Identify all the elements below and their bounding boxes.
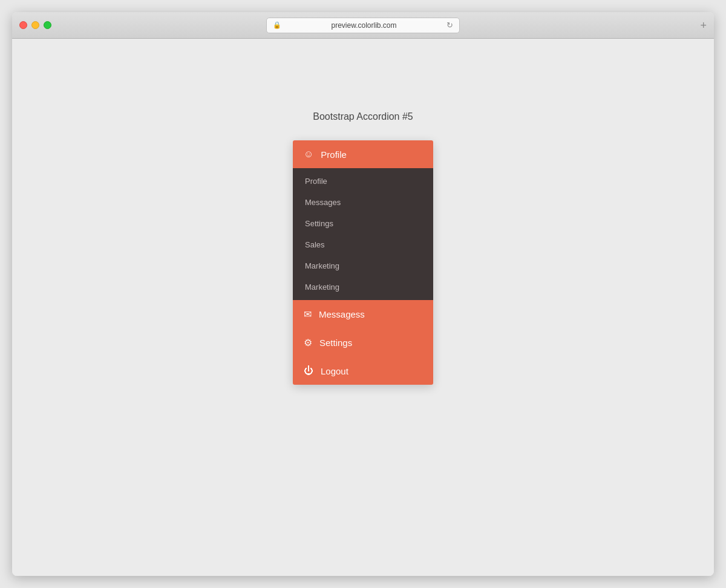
- accordion: ☺ Profile Profile Messages Settings Sale…: [293, 140, 433, 385]
- accordion-item-profile: ☺ Profile Profile Messages Settings Sale…: [293, 140, 433, 300]
- sub-item-messages[interactable]: Messages: [293, 192, 433, 213]
- envelope-icon: ✉: [304, 309, 312, 320]
- sub-item-marketing-2[interactable]: Marketing: [293, 276, 433, 298]
- address-bar[interactable]: 🔒 preview.colorlib.com ↻: [266, 18, 460, 33]
- lock-icon: 🔒: [273, 21, 281, 29]
- page-title: Bootstrap Accordion #5: [313, 111, 413, 122]
- minimize-button[interactable]: [31, 21, 39, 29]
- accordion-label-profile: Profile: [321, 149, 347, 160]
- person-icon: ☺: [304, 149, 313, 160]
- accordion-header-settings[interactable]: ⚙ Settings: [293, 328, 433, 357]
- new-tab-button[interactable]: +: [700, 20, 707, 31]
- reload-button[interactable]: ↻: [446, 21, 453, 30]
- accordion-label-messagess: Messagess: [319, 309, 365, 319]
- accordion-item-logout: ⏻ Logout: [293, 357, 433, 385]
- browser-window: 🔒 preview.colorlib.com ↻ + Bootstrap Acc…: [12, 12, 714, 576]
- accordion-header-logout[interactable]: ⏻ Logout: [293, 357, 433, 385]
- traffic-lights: [19, 21, 51, 29]
- accordion-label-settings: Settings: [319, 338, 352, 348]
- accordion-item-settings: ⚙ Settings: [293, 328, 433, 357]
- gear-icon: ⚙: [304, 337, 312, 348]
- sub-item-profile[interactable]: Profile: [293, 171, 433, 192]
- url-text: preview.colorlib.com: [285, 21, 443, 30]
- accordion-header-messagess[interactable]: ✉ Messagess: [293, 300, 433, 328]
- sub-item-marketing-1[interactable]: Marketing: [293, 255, 433, 276]
- maximize-button[interactable]: [44, 21, 51, 29]
- page-content: Bootstrap Accordion #5 ☺ Profile Profile…: [12, 39, 714, 576]
- accordion-label-logout: Logout: [321, 366, 348, 376]
- sub-item-settings[interactable]: Settings: [293, 213, 433, 234]
- sub-item-sales[interactable]: Sales: [293, 234, 433, 255]
- accordion-header-profile[interactable]: ☺ Profile: [293, 140, 433, 168]
- power-icon: ⏻: [304, 365, 313, 376]
- title-bar: 🔒 preview.colorlib.com ↻ +: [12, 12, 714, 39]
- accordion-body-profile: Profile Messages Settings Sales Marketin…: [293, 168, 433, 300]
- close-button[interactable]: [19, 21, 27, 29]
- accordion-item-messagess: ✉ Messagess: [293, 300, 433, 328]
